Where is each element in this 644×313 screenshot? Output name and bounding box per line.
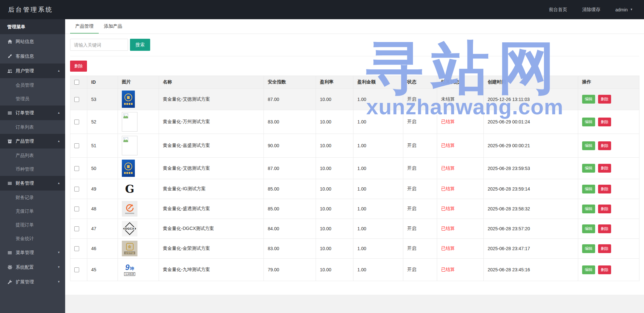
delete-button[interactable]: 删除 (598, 95, 611, 104)
sidebar-item-label: 菜单管理 (16, 250, 34, 256)
delete-button[interactable]: 删除 (598, 118, 611, 126)
box-icon (7, 139, 13, 144)
row-checkbox[interactable] (74, 187, 79, 192)
product-image-cell (118, 158, 159, 179)
sidebar-item-order-mgmt[interactable]: 订单管理▲ (0, 106, 65, 120)
settle-status: 已结算 (437, 199, 484, 219)
delete-button[interactable]: 删除 (598, 164, 611, 173)
delete-button[interactable]: 删除 (598, 224, 611, 233)
search-button[interactable]: 搜索 (130, 39, 150, 51)
bulk-delete-button[interactable]: 删除 (70, 61, 87, 72)
topbar-link-clear-cache[interactable]: 清除缓存 (582, 7, 600, 13)
row-checkbox-cell (70, 89, 87, 110)
emblem-band (125, 213, 134, 214)
edit-button[interactable]: 编辑 (582, 164, 595, 173)
status-text: 开启 (403, 134, 437, 158)
settle-status: 已结算 (437, 134, 484, 158)
product-id: 49 (87, 179, 118, 199)
sidebar-item-service-info[interactable]: 客服信息 (0, 49, 65, 64)
row-checkbox[interactable] (74, 143, 79, 148)
edit-button[interactable]: 编辑 (582, 95, 595, 104)
delete-button[interactable]: 删除 (598, 265, 611, 274)
row-actions: 编辑删除 (578, 219, 639, 239)
delete-button[interactable]: 删除 (598, 185, 611, 193)
profit-amount: 1.00 (353, 199, 403, 219)
row-checkbox[interactable] (74, 97, 79, 102)
sidebar-item-product-mgmt[interactable]: 产品管理▲ (0, 134, 65, 149)
product-name: 黄金量化-嘉盛测试方案 (159, 134, 264, 158)
sidebar-item-extension-mgmt[interactable]: 扩展管理▼ (0, 275, 65, 289)
product-image-cell (118, 89, 159, 110)
sidebar-item-menu-mgmt[interactable]: 菜单管理▼ (0, 245, 65, 260)
sidebar-item-member-mgmt[interactable]: 会员管理 (0, 78, 65, 92)
sidebar-item-system-config[interactable]: 系统配置▼ (0, 260, 65, 275)
delete-button[interactable]: 删除 (598, 141, 611, 150)
delete-button[interactable]: 删除 (598, 244, 611, 253)
table-row: 50黄金量化-艾德测试方案87.0010.001.00开启已结算2025-06-… (70, 158, 639, 179)
sidebar-item-finance-mgmt[interactable]: 财务管理▲ (0, 176, 65, 191)
topbar-right: 前台首页 清除缓存 admin ▼ (549, 7, 633, 13)
product-logo-aide (122, 160, 135, 177)
topbar-link-front-home[interactable]: 前台首页 (549, 7, 567, 13)
row-checkbox[interactable] (74, 267, 79, 272)
caret-down-icon: ▼ (57, 280, 60, 283)
row-checkbox-cell (70, 219, 87, 239)
logo-text: 金荣中国 (124, 251, 135, 254)
tab-product-add[interactable]: 添加产品 (99, 19, 127, 34)
sidebar-item-withdraw-orders[interactable]: 提现订单 (0, 218, 65, 232)
delete-button[interactable]: 删除 (598, 205, 611, 213)
sidebar-item-recharge-orders[interactable]: 充值订单 (0, 204, 65, 218)
product-name: 黄金量化-DGCX测试方案 (159, 219, 264, 239)
sidebar-item-finance-records[interactable]: 财务记录 (0, 191, 65, 204)
product-name: 黄金量化-盛透测试方案 (159, 199, 264, 219)
table-row: 47DGCX黄金量化-DGCX测试方案84.0010.001.00开启已结算20… (70, 219, 639, 239)
product-image-cell: DGCX (118, 219, 159, 239)
product-name: 黄金量化-艾德测试方案 (159, 89, 264, 110)
sidebar-item-label: 网站信息 (16, 39, 34, 45)
edit-button[interactable]: 编辑 (582, 205, 595, 213)
edit-button[interactable]: 编辑 (582, 141, 595, 150)
sidebar-item-order-list[interactable]: 订单列表 (0, 120, 65, 134)
edit-button[interactable]: 编辑 (582, 265, 595, 274)
edit-button[interactable]: 编辑 (582, 244, 595, 253)
table-row: 53黄金量化-艾德测试方案87.0010.001.00开启未结算2025-12-… (70, 89, 639, 110)
search-toolbar: 搜索 (70, 39, 639, 56)
sidebar: 管理菜单 网站信息客服信息用户管理▲会员管理管理员订单管理▲订单列表产品管理▲产… (0, 19, 65, 313)
row-checkbox[interactable] (74, 120, 79, 124)
search-input[interactable] (70, 39, 128, 51)
status-text: 开启 (403, 158, 437, 179)
select-all-checkbox[interactable] (74, 80, 79, 85)
sidebar-item-funds-stats[interactable]: 资金统计 (0, 232, 65, 245)
select-all-cell (70, 76, 87, 89)
row-actions: 编辑删除 (578, 259, 639, 281)
product-id: 45 (87, 259, 118, 281)
edit-button[interactable]: 编辑 (582, 185, 595, 193)
caret-down-icon: ▼ (57, 251, 60, 254)
profit-amount: 1.00 (353, 219, 403, 239)
row-checkbox[interactable] (74, 166, 79, 171)
row-checkbox[interactable] (74, 246, 79, 251)
tab-product-manage[interactable]: 产品管理 (70, 19, 99, 34)
row-checkbox-cell (70, 199, 87, 219)
sidebar-item-admins[interactable]: 管理员 (0, 92, 65, 106)
caret-up-icon: ▲ (57, 182, 60, 185)
profit-rate: 10.00 (316, 110, 353, 134)
product-image-cell: 9坤九坤投资 (118, 259, 159, 281)
row-checkbox[interactable] (74, 206, 79, 211)
sidebar-item-user-mgmt[interactable]: 用户管理▲ (0, 64, 65, 78)
safety-index: 85.00 (264, 179, 316, 199)
row-checkbox[interactable] (74, 226, 79, 231)
sidebar-item-label: 订单管理 (16, 110, 34, 116)
created-time: 2025-06-28 23:57:20 (484, 219, 578, 239)
sidebar-item-site-info[interactable]: 网站信息 (0, 34, 65, 49)
sidebar-item-label: 客服信息 (16, 53, 34, 59)
edit-button[interactable]: 编辑 (582, 118, 595, 126)
created-time: 2025-06-29 00:01:24 (484, 110, 578, 134)
edit-button[interactable]: 编辑 (582, 224, 595, 233)
safety-index: 79.00 (264, 259, 316, 281)
sidebar-item-product-list[interactable]: 产品列表 (0, 149, 65, 162)
sidebar-item-currency-mgmt[interactable]: 币种管理 (0, 162, 65, 176)
status-text: 开启 (403, 179, 437, 199)
user-menu[interactable]: admin ▼ (615, 7, 633, 12)
profit-rate: 10.00 (316, 134, 353, 158)
